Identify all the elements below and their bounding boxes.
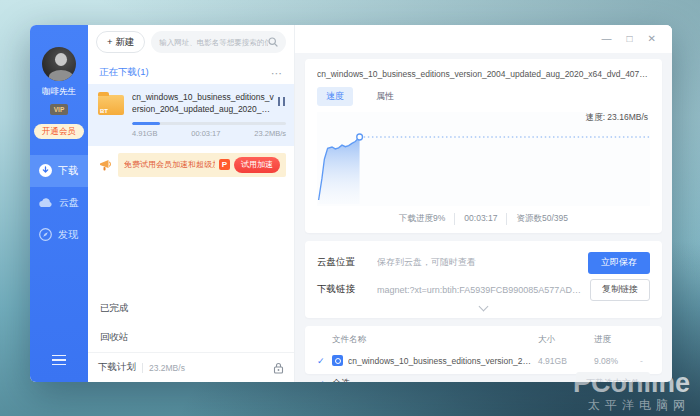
compass-icon: [39, 228, 52, 241]
cloud-link-card: 云盘位置 保存到云盘，可随时查看 立即保存 下载链接 magnet:?xt=ur…: [305, 241, 662, 318]
sidebar-item-label: 下载: [58, 164, 78, 178]
download-link-row: 下载链接 magnet:?xt=urn:btih:FA5939FCB990085…: [317, 276, 650, 303]
header-size: 大小: [538, 334, 594, 346]
file-list-card: 文件名称 大小 进度 ✓ cn_windows_10_business_edit…: [305, 326, 662, 374]
download-stats-row: 下载进度9% 00:03:17 资源数50/395: [317, 213, 650, 225]
list-spacer: [88, 184, 294, 294]
sidebar-item-label: 云盘: [59, 196, 79, 210]
hamburger-menu-icon[interactable]: [52, 352, 66, 369]
search-box[interactable]: [151, 31, 286, 53]
sidebar: 咖啡先生 VIP 开通会员 下载 云盘 发现: [30, 25, 88, 382]
close-button[interactable]: ✕: [648, 33, 656, 45]
avatar-head-shape: [55, 53, 67, 66]
lock-icon[interactable]: [273, 362, 284, 374]
try-acceleration-button[interactable]: 试用加速: [234, 157, 280, 173]
downloading-section-title: 正在下载(1): [99, 66, 149, 79]
bt-folder-icon: BT: [98, 95, 124, 115]
pause-button[interactable]: [278, 97, 286, 106]
promo-text: 免费试用会员加速和超级加速: [124, 159, 215, 170]
download-link-label: 下载链接: [317, 283, 369, 296]
minimize-button[interactable]: —: [602, 33, 612, 45]
speed-card: cn_windows_10_business_editions_version_…: [305, 59, 662, 233]
download-task-info: cn_windows_10_business_editions_version_…: [132, 92, 286, 138]
task-time: 00:03:17: [191, 129, 220, 138]
download-progress-fill: [132, 122, 160, 125]
sidebar-item-label: 发现: [58, 228, 78, 242]
sidebar-menu: 下载 云盘 发现: [30, 155, 88, 251]
open-membership-button[interactable]: 开通会员: [34, 124, 84, 139]
folder-tab-shape: [98, 92, 109, 96]
cloud-location-desc: 保存到云盘，可随时查看: [377, 256, 580, 269]
cloud-icon: [39, 197, 53, 208]
downloading-section-header: 正在下载(1) ⋯: [88, 59, 294, 84]
stat-resources: 资源数50/395: [506, 213, 577, 225]
new-task-button[interactable]: + 新建: [96, 31, 145, 53]
detail-tabs: 速度 属性: [317, 87, 650, 106]
header-extra-spacer: [640, 334, 650, 346]
list-topbar: + 新建: [88, 25, 294, 59]
maximize-button[interactable]: □: [627, 33, 633, 45]
current-speed-label: 速度: 23.16MB/s: [586, 112, 648, 124]
download-task-stats: 4.91GB 00:03:17 23.2MB/s: [132, 129, 286, 138]
sidebar-item-cloud-drive[interactable]: 云盘: [30, 187, 88, 219]
detail-filename: cn_windows_10_business_editions_version_…: [317, 69, 650, 79]
promo-row: 免费试用会员加速和超级加速 P 试用加速: [88, 146, 294, 184]
completed-section-item[interactable]: 已完成: [88, 294, 294, 323]
megaphone-icon: [98, 157, 113, 172]
speed-chart: [317, 126, 650, 204]
disc-file-icon: [332, 355, 343, 366]
copy-link-button[interactable]: 复制链接: [590, 279, 650, 301]
username: 咖啡先生: [34, 86, 84, 98]
file-extra-cell: -: [640, 356, 650, 366]
file-name-cell: cn_windows_10_business_editions_version_…: [332, 355, 538, 366]
search-icon[interactable]: [268, 37, 278, 47]
cloud-location-label: 云盘位置: [317, 256, 369, 269]
download-list-panel: + 新建 正在下载(1) ⋯ BT cn_windows_10_business…: [88, 25, 295, 382]
download-progress-bar: [132, 122, 286, 125]
watermark-subtitle: 太平洋电脑网: [573, 399, 690, 411]
user-profile[interactable]: 咖啡先生 VIP 开通会员: [34, 47, 84, 139]
download-plan-label[interactable]: 下载计划: [98, 361, 136, 374]
expand-chevron-icon[interactable]: [479, 302, 489, 312]
file-progress-cell: 9.08%: [594, 356, 640, 366]
trial-promo-banner[interactable]: 免费试用会员加速和超级加速 P 试用加速: [118, 153, 286, 177]
vip-badge: VIP: [50, 104, 68, 115]
file-table-header: 文件名称 大小 进度: [317, 334, 650, 352]
recycle-bin-section-item[interactable]: 回收站: [88, 323, 294, 352]
task-speed: 23.2MB/s: [254, 129, 286, 138]
download-task-item[interactable]: BT cn_windows_10_business_editions_versi…: [88, 84, 294, 146]
stat-time: 00:03:17: [454, 213, 506, 225]
app-window: 咖啡先生 VIP 开通会员 下载 云盘 发现: [30, 25, 672, 382]
bt-badge: BT: [100, 108, 108, 114]
save-now-button[interactable]: 立即保存: [588, 252, 650, 274]
file-name-text: cn_windows_10_business_editions_version_…: [348, 356, 532, 366]
more-options-icon[interactable]: ⋯: [271, 70, 283, 76]
tab-properties[interactable]: 属性: [367, 87, 403, 106]
download-task-name: cn_windows_10_business_editions_version_…: [132, 92, 286, 116]
cloud-location-row: 云盘位置 保存到云盘，可随时查看 立即保存: [317, 249, 650, 276]
file-table-footer: ✓ 全选 下载选中文件: [317, 369, 650, 382]
window-controls: — □ ✕: [602, 33, 656, 45]
global-speed: 23.2MB/s: [142, 363, 185, 373]
select-all-checkbox[interactable]: ✓: [317, 379, 332, 383]
tab-speed[interactable]: 速度: [317, 87, 353, 106]
sidebar-item-discover[interactable]: 发现: [30, 219, 88, 251]
header-progress: 进度: [594, 334, 640, 346]
search-input[interactable]: [159, 38, 268, 47]
download-selected-button[interactable]: 下载选中文件: [576, 372, 650, 382]
magnet-link-value: magnet:?xt=urn:btih:FA5939FCB990085A577A…: [377, 285, 582, 295]
speed-chart-area: 速度: 23.16MB/s: [317, 112, 650, 206]
task-size: 4.91GB: [132, 129, 157, 138]
sidebar-item-download[interactable]: 下载: [30, 155, 88, 187]
promo-p-logo-icon: P: [219, 159, 230, 170]
file-table-row[interactable]: ✓ cn_windows_10_business_editions_versio…: [317, 352, 650, 369]
header-file-name: 文件名称: [332, 334, 538, 346]
file-size-cell: 4.91GB: [538, 356, 594, 366]
file-checkbox[interactable]: ✓: [317, 356, 332, 366]
header-check-spacer: [317, 334, 332, 346]
desktop-background: PConline 太平洋电脑网 咖啡先生 VIP 开通会员 下载: [0, 0, 700, 416]
select-all-label[interactable]: 全选: [332, 377, 350, 382]
download-plan-footer: 下载计划 23.2MB/s: [88, 352, 294, 382]
download-icon: [39, 164, 52, 177]
avatar[interactable]: [42, 47, 76, 81]
